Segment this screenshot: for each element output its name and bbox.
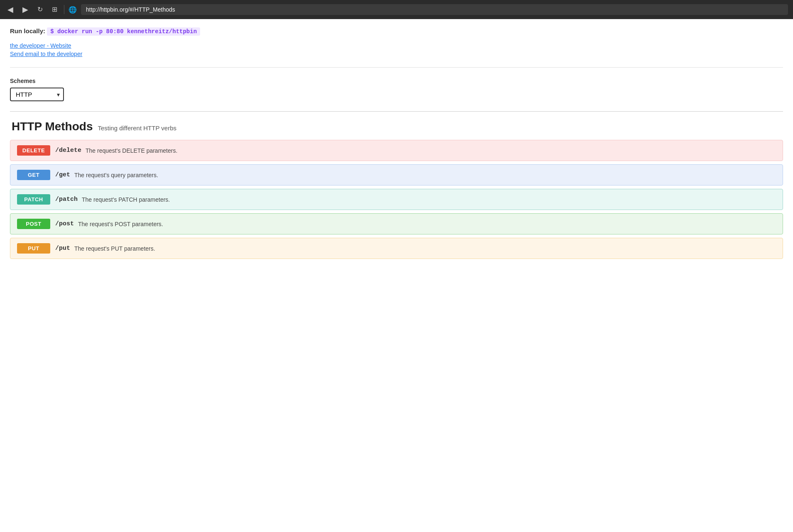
schemes-select[interactable]: HTTP HTTPS <box>10 88 64 101</box>
patch-description: The request's PATCH parameters. <box>82 196 170 203</box>
developer-website-link[interactable]: the developer - Website <box>10 42 783 49</box>
back-button[interactable]: ◀ <box>5 5 16 14</box>
run-locally-section: Run locally: $ docker run -p 80:80 kenne… <box>10 27 783 36</box>
post-badge: POST <box>17 219 50 229</box>
top-divider <box>10 67 783 68</box>
put-badge: PUT <box>17 243 50 254</box>
get-path: /get <box>55 171 70 178</box>
forward-button[interactable]: ▶ <box>20 5 31 14</box>
globe-icon: 🌐 <box>69 6 77 14</box>
patch-badge: PATCH <box>17 194 50 205</box>
section-subtitle: Testing different HTTP verbs <box>98 124 176 132</box>
run-command: $ docker run -p 80:80 kennethreitz/httpb… <box>47 27 200 36</box>
get-description: The request's query parameters. <box>74 172 158 178</box>
method-row-patch[interactable]: PATCH /patch The request's PATCH paramet… <box>10 189 783 210</box>
post-path: /post <box>55 220 74 227</box>
method-row-delete[interactable]: DELETE /delete The request's DELETE para… <box>10 140 783 161</box>
section-header: HTTP Methods Testing different HTTP verb… <box>10 120 783 133</box>
developer-email-link[interactable]: Send email to the developer <box>10 51 783 57</box>
http-methods-section: HTTP Methods Testing different HTTP verb… <box>10 120 783 259</box>
separator <box>64 5 64 14</box>
put-path: /put <box>55 245 70 252</box>
method-row-post[interactable]: POST /post The request's POST parameters… <box>10 213 783 234</box>
page-content: Run locally: $ docker run -p 80:80 kenne… <box>0 19 793 271</box>
schemes-section: Schemes HTTP HTTPS ▾ <box>10 78 783 101</box>
delete-path: /delete <box>55 147 81 154</box>
run-locally-label: Run locally: <box>10 27 45 34</box>
grid-button[interactable]: ⊞ <box>49 5 60 14</box>
links-section: the developer - Website Send email to th… <box>10 42 783 57</box>
method-row-get[interactable]: GET /get The request's query parameters. <box>10 164 783 185</box>
delete-description: The request's DELETE parameters. <box>86 147 177 154</box>
section-title: HTTP Methods <box>12 120 93 133</box>
post-description: The request's POST parameters. <box>78 221 163 227</box>
address-bar[interactable] <box>81 4 788 15</box>
get-badge: GET <box>17 170 50 180</box>
schemes-label: Schemes <box>10 78 783 84</box>
section-divider <box>10 111 783 112</box>
delete-badge: DELETE <box>17 145 50 156</box>
reload-button[interactable]: ↻ <box>35 5 45 14</box>
browser-chrome: ◀ ▶ ↻ ⊞ 🌐 <box>0 0 793 19</box>
method-row-put[interactable]: PUT /put The request's PUT parameters. <box>10 238 783 259</box>
put-description: The request's PUT parameters. <box>74 245 155 252</box>
patch-path: /patch <box>55 196 78 203</box>
schemes-select-wrapper: HTTP HTTPS ▾ <box>10 88 64 101</box>
